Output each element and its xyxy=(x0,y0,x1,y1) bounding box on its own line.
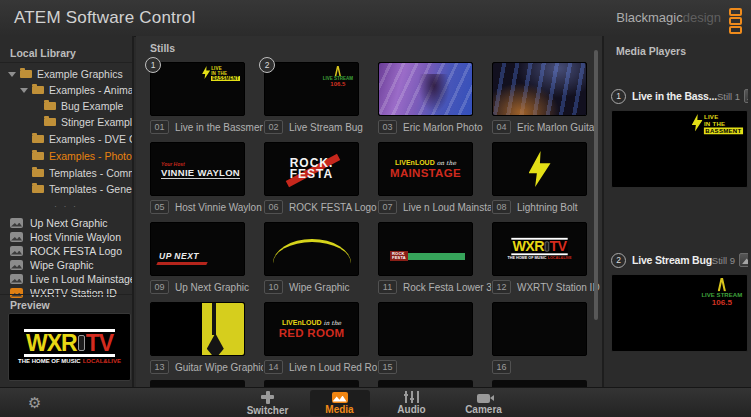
media-players-panel: Media Players 1 Live in the Bass... Stil… xyxy=(602,36,751,387)
microphone-icon xyxy=(545,241,549,251)
library-file-wxrtv-station-id[interactable]: WXRTV Station ID xyxy=(0,286,132,299)
tree-item-examples-animated[interactable]: Examples - Animated ... xyxy=(0,82,132,98)
preview-header: Preview xyxy=(10,299,50,311)
tree-item-examples-dve[interactable]: Examples - DVE Graph... xyxy=(0,131,132,147)
still-cell-13[interactable]: 13 Guitar Wipe Graphic xyxy=(150,302,263,377)
still-cell-11[interactable]: ROCKFESTA 11 Rock Festa Lower 3rd xyxy=(378,222,491,297)
library-file-live-n-loud-mainstage[interactable]: Live n Loud Mainstage xyxy=(0,272,132,285)
wxrtv-logo: WXR TV THE HOME OF MUSICLOCAL&LIVE xyxy=(508,238,572,261)
tab-switcher[interactable]: Switcher xyxy=(238,390,298,416)
expand-arrow-icon[interactable] xyxy=(20,88,28,93)
still-label: Live in the Bassment xyxy=(175,122,263,133)
library-file-wipe-graphic[interactable]: Wipe Graphic xyxy=(0,258,132,271)
still-thumbnail[interactable] xyxy=(492,142,587,196)
still-cell-01[interactable]: LIVEIN THEBASSMENT 1 01 Live in the Bass… xyxy=(150,62,263,137)
still-thumbnail[interactable] xyxy=(378,302,473,356)
still-thumbnail[interactable]: LIVEIN THEBASSMENT 1 xyxy=(150,62,245,116)
still-cell-12[interactable]: WXR TV THE HOME OF MUSICLOCAL&LIVE 12 WX… xyxy=(492,222,602,297)
still-thumbnail[interactable]: ROCKFESTA xyxy=(378,222,473,276)
partial-still-thumbnail xyxy=(492,380,587,387)
wxrtv-tv-letters: TV xyxy=(86,332,113,354)
still-thumbnail[interactable] xyxy=(378,62,473,116)
library-file-up-next-graphic[interactable]: Up Next Graphic xyxy=(0,216,132,229)
image-file-icon xyxy=(10,260,23,270)
media-player-1-thumbnail[interactable]: LIVEIN THEBASSMENT xyxy=(611,110,748,188)
still-thumbnail[interactable]: UP NEXT xyxy=(150,222,245,276)
tab-audio[interactable]: Audio xyxy=(382,390,442,416)
still-cell-15[interactable]: 15 xyxy=(378,302,491,377)
still-label: Live n Loud Red Room xyxy=(289,362,377,373)
player-still-label: Still 9 xyxy=(712,255,735,266)
image-file-icon xyxy=(10,246,23,256)
still-caption: 03 Eric Marlon Photo xyxy=(378,120,491,134)
tab-camera[interactable]: Camera xyxy=(454,390,514,416)
media-player-2-thumbnail[interactable]: LIVE STREAM106.5 xyxy=(611,274,748,352)
still-thumbnail[interactable] xyxy=(264,222,359,276)
tab-label: Camera xyxy=(465,404,502,415)
tree-item-examples-photos[interactable]: Examples - Photos xyxy=(0,148,132,164)
still-cell-04[interactable]: 04 Eric Marlon Guitar xyxy=(492,62,602,137)
art-live-bassment: LIVEIN THEBASSMENT xyxy=(151,63,244,115)
still-caption: 10 Wipe Graphic xyxy=(264,280,377,294)
player-source-button[interactable] xyxy=(744,89,748,103)
file-label: ROCK FESTA Logo xyxy=(30,245,122,257)
wxrtv-call-letters: WXR xyxy=(26,332,77,354)
library-splitter-handle[interactable]: · · · xyxy=(0,202,132,210)
wxrtv-tagline: THE HOME OF MUSIC xyxy=(18,357,81,366)
player-source-button[interactable] xyxy=(739,253,748,267)
bottom-bar: ⚙ Switcher Media Audio Camera xyxy=(0,387,751,417)
still-thumbnail[interactable] xyxy=(492,62,587,116)
still-cell-06[interactable]: ROCK.FESTA 06 ROCK FESTA Logo xyxy=(264,142,377,217)
still-thumbnail[interactable]: ROCK.FESTA xyxy=(264,142,359,196)
still-cell-10[interactable]: 10 Wipe Graphic xyxy=(264,222,377,297)
tree-item-stinger-example[interactable]: Stinger Example xyxy=(0,114,132,130)
still-cell-08[interactable]: 08 Lightning Bolt xyxy=(492,142,602,217)
art-vinnie-waylon: Your HostVINNIE WAYLON xyxy=(151,143,244,195)
stills-header: Stills xyxy=(150,42,175,54)
still-cell-09[interactable]: UP NEXT 09 Up Next Graphic xyxy=(150,222,263,297)
still-label: Live Stream Bug xyxy=(289,122,363,133)
still-thumbnail[interactable]: LIVEnLOUDin the RED ROOM xyxy=(264,302,359,356)
file-label: Wipe Graphic xyxy=(30,259,94,271)
still-caption: 04 Eric Marlon Guitar xyxy=(492,120,602,134)
still-cell-03[interactable]: 03 Eric Marlon Photo xyxy=(378,62,491,137)
logo-square xyxy=(729,17,742,25)
tree-item-templates-general[interactable]: Templates - General S... xyxy=(0,181,132,197)
expand-arrow-icon[interactable] xyxy=(8,72,16,77)
file-label: Up Next Graphic xyxy=(30,217,108,229)
still-cell-14[interactable]: LIVEnLOUDin the RED ROOM 14 Live n Loud … xyxy=(264,302,377,377)
still-cell-05[interactable]: Your HostVINNIE WAYLON 05 Host Vinnie Wa… xyxy=(150,142,263,217)
library-file-host-vinnie-waylon[interactable]: Host Vinnie Waylon xyxy=(0,230,132,243)
divider xyxy=(0,294,132,295)
switcher-icon xyxy=(261,391,274,404)
still-thumbnail[interactable]: LIVE STREAM106.5 2 xyxy=(264,62,359,116)
wxrtv-tagline-accent: LOCAL&LIVE xyxy=(83,357,121,366)
library-file-rock-festa-logo[interactable]: ROCK FESTA Logo xyxy=(0,244,132,257)
still-number: 01 xyxy=(150,120,169,134)
still-thumbnail[interactable] xyxy=(150,302,245,356)
tree-label: Stinger Example xyxy=(61,116,132,128)
stills-scrollbar[interactable] xyxy=(594,50,598,320)
tree-item-example-graphics[interactable]: Example Graphics xyxy=(0,66,132,82)
still-number: 16 xyxy=(492,360,511,374)
folder-icon xyxy=(32,169,44,177)
still-thumbnail[interactable]: LIVEnLOUDon the MAINSTAGE xyxy=(378,142,473,196)
player-still-label: Still 1 xyxy=(717,91,740,102)
still-caption: 08 Lightning Bolt xyxy=(492,200,602,214)
player1-badge: 1 xyxy=(145,57,161,73)
tree-item-templates-community[interactable]: Templates - Communi... xyxy=(0,165,132,181)
still-thumbnail[interactable] xyxy=(492,302,587,356)
partial-still-thumbnail xyxy=(378,380,473,387)
still-cell-16[interactable]: 16 xyxy=(492,302,602,377)
app-title: ATEM Software Control xyxy=(14,8,196,28)
still-thumbnail[interactable]: Your HostVINNIE WAYLON xyxy=(150,142,245,196)
tab-media[interactable]: Media xyxy=(310,390,370,416)
media-player-2-row: 2 Live Stream Bug Still 9 xyxy=(611,252,748,268)
still-cell-02[interactable]: LIVE STREAM106.5 2 02 Live Stream Bug xyxy=(264,62,377,137)
still-thumbnail[interactable]: WXR TV THE HOME OF MUSICLOCAL&LIVE xyxy=(492,222,587,276)
still-cell-07[interactable]: LIVEnLOUDon the MAINSTAGE 07 Live n Loud… xyxy=(378,142,491,217)
still-label: Guitar Wipe Graphic xyxy=(175,362,263,373)
tree-item-bug-example[interactable]: Bug Example xyxy=(0,98,132,114)
still-caption: 13 Guitar Wipe Graphic xyxy=(150,360,263,374)
logo-square xyxy=(729,26,742,34)
